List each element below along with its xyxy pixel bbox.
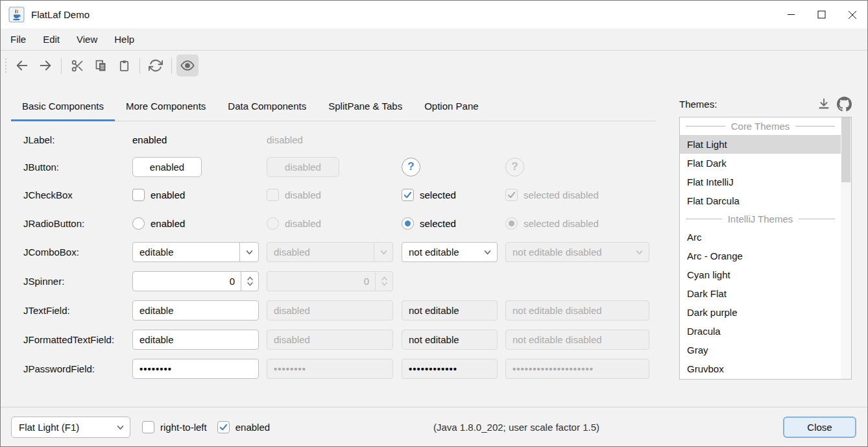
radio-label: enabled [151, 218, 185, 229]
close-window-button[interactable] [837, 1, 867, 29]
forward-button[interactable] [34, 54, 56, 77]
combobox-disabled: disabled [267, 242, 393, 262]
bottombar: Flat Light (F1) right-to-left enabled (J… [1, 407, 867, 446]
enabled-checkbox[interactable] [217, 421, 230, 433]
theme-item-dark-flat[interactable]: Dark Flat [680, 284, 841, 303]
radio-selected-disabled [505, 217, 518, 230]
textfield-not-editable[interactable]: not editable [402, 300, 498, 320]
theme-item-dark-purple[interactable]: Dark purple [680, 303, 841, 322]
refresh-button[interactable] [145, 54, 167, 77]
status-text: (Java 1.8.0_202; user scale factor 1.5) [433, 422, 599, 433]
enabled-button[interactable]: enabled [132, 157, 202, 177]
maximize-button[interactable] [806, 1, 837, 29]
chevron-down-icon[interactable] [478, 243, 497, 261]
close-icon [848, 10, 857, 19]
theme-item-flat-intellij[interactable]: Flat IntelliJ [680, 173, 841, 191]
textfield-editable[interactable]: editable [132, 300, 259, 320]
checkbox-label: disabled [285, 189, 321, 200]
formattedtextfield-not-editable[interactable]: not editable [402, 330, 498, 350]
download-icon[interactable] [817, 97, 831, 111]
checkbox-disabled [267, 189, 279, 201]
refresh-icon [149, 58, 163, 73]
show-hidden-toggle-button[interactable] [176, 54, 199, 77]
paste-button[interactable] [113, 54, 135, 77]
theme-item-gruvbox[interactable]: Gruvbox [680, 359, 841, 378]
chevron-down-icon [630, 243, 649, 261]
right-to-left-checkbox[interactable] [142, 421, 154, 433]
look-and-feel-combobox[interactable]: Flat Light (F1) [11, 417, 130, 438]
radio-label: selected disabled [524, 218, 599, 229]
checkbox-unchecked[interactable] [132, 189, 145, 201]
help-button[interactable]: ? [402, 158, 420, 176]
jlabel-disabled: disabled [267, 134, 402, 145]
passwordfield-not-editable-disabled: •••••••••••••••••••• [505, 359, 649, 379]
github-icon[interactable] [837, 97, 852, 112]
tab-data-components[interactable]: Data Components [217, 91, 317, 121]
checkbox-label: selected [420, 189, 456, 200]
radio-label: selected [420, 218, 456, 229]
jbutton-row-label: JButton: [23, 162, 132, 173]
chevron-down-icon[interactable] [239, 243, 258, 261]
window-title: FlatLaf Demo [31, 9, 90, 20]
formattedtextfield-not-editable-disabled: not editable disabled [505, 330, 649, 350]
toolbar-grip[interactable] [5, 58, 6, 73]
content-area: Basic Components More Components Data Co… [1, 80, 867, 407]
textfield-not-editable-disabled: not editable disabled [505, 300, 649, 320]
tab-more-components[interactable]: More Components [115, 91, 217, 121]
formattedtextfield-editable[interactable]: editable [132, 330, 259, 350]
radio-unselected[interactable] [132, 217, 145, 230]
theme-item-cyan-light[interactable]: Cyan light [680, 265, 841, 284]
passwordfield-editable[interactable]: •••••••• [132, 359, 259, 379]
enabled-label: enabled [235, 422, 270, 433]
minimize-icon [787, 10, 795, 19]
textfield-disabled: disabled [267, 300, 393, 320]
back-icon [15, 58, 29, 73]
tab-option-pane[interactable]: Option Pane [413, 91, 489, 121]
right-to-left-label: right-to-left [160, 422, 207, 433]
copy-button[interactable] [90, 54, 112, 77]
checkbox-label: selected disabled [524, 189, 599, 200]
chevron-down-icon[interactable] [110, 423, 130, 431]
checkbox-checked-disabled [505, 189, 518, 201]
tab-splitpane-tabs[interactable]: SplitPane & Tabs [317, 91, 413, 121]
menubar: File Edit View Help [1, 29, 867, 51]
tabbar: Basic Components More Components Data Co… [11, 91, 656, 121]
checkbox-checked[interactable] [402, 189, 414, 201]
copy-icon [94, 59, 108, 73]
combobox-editable[interactable]: editable [132, 242, 259, 262]
theme-item-flat-darcula[interactable]: Flat Darcula [680, 191, 841, 210]
tab-basic-components[interactable]: Basic Components [11, 91, 115, 121]
theme-item-arc[interactable]: Arc [680, 228, 841, 247]
theme-item-flat-dark[interactable]: Flat Dark [680, 154, 841, 173]
spinner-up-down-icons[interactable] [241, 272, 258, 291]
eye-icon [180, 58, 195, 73]
menu-edit[interactable]: Edit [34, 29, 68, 50]
spinner[interactable]: 0 [132, 271, 259, 291]
minimize-button[interactable] [776, 1, 806, 29]
jformattedtextfield-row-label: JFormattedTextField: [23, 334, 132, 345]
menu-view[interactable]: View [68, 29, 106, 50]
maximize-icon [817, 10, 826, 19]
spinner-disabled: 0 [267, 271, 393, 291]
passwordfield-not-editable[interactable]: •••••••••••• [402, 359, 498, 379]
help-button-disabled: ? [505, 158, 524, 176]
titlebar[interactable]: FlatLaf Demo [1, 1, 867, 29]
themes-label: Themes: [679, 99, 717, 110]
paste-icon [117, 59, 131, 73]
scrollbar-thumb[interactable] [841, 117, 850, 182]
menu-help[interactable]: Help [106, 29, 143, 50]
cut-button[interactable] [66, 54, 88, 77]
theme-item-dracula[interactable]: Dracula [680, 322, 841, 341]
theme-item-gray[interactable]: Gray [680, 341, 841, 359]
radio-selected[interactable] [402, 217, 414, 230]
themes-group-separator: IntelliJ Themes [680, 210, 841, 228]
combobox-not-editable[interactable]: not editable [402, 242, 498, 262]
themes-list: Core Themes Flat Light Flat Dark Flat In… [679, 117, 852, 380]
back-button[interactable] [11, 54, 33, 77]
close-button[interactable]: Close [783, 417, 856, 438]
menu-file[interactable]: File [2, 29, 34, 50]
theme-item-arc-orange[interactable]: Arc - Orange [680, 247, 841, 265]
spinner-up-down-icons [375, 272, 392, 291]
themes-scrollbar[interactable] [841, 117, 851, 379]
theme-item-flat-light[interactable]: Flat Light [680, 135, 841, 154]
